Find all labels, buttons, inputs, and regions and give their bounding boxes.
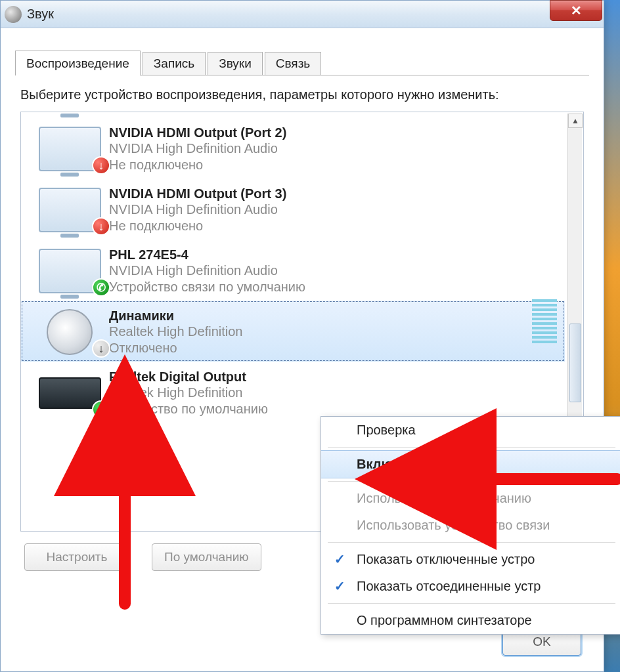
menu-test[interactable]: Проверка — [321, 417, 620, 444]
device-status: Не подключено — [109, 218, 558, 234]
tab-sounds[interactable]: Звуки — [208, 52, 263, 75]
menu-show-disconnected[interactable]: Показать отсоединенные устр — [321, 573, 620, 600]
device-name: PHL 274E5-4 — [109, 247, 558, 262]
menu-enable[interactable]: Включить — [321, 450, 620, 478]
disabled-badge-icon — [92, 339, 110, 358]
menu-show-disabled[interactable]: Показать отключенные устро — [321, 546, 620, 573]
device-driver: Realtek High Definition — [109, 385, 558, 401]
comm-default-badge-icon — [92, 278, 110, 297]
disconnected-badge-icon — [92, 217, 110, 236]
titlebar[interactable]: Звук ✕ — [1, 1, 604, 28]
device-row[interactable]: PHL 274E5-4 NVIDIA High Definition Audio… — [21, 240, 565, 301]
menu-separator — [328, 542, 615, 543]
level-meter — [532, 297, 557, 343]
close-button[interactable]: ✕ — [550, 0, 602, 21]
scroll-thumb[interactable] — [569, 324, 581, 402]
device-name: Динамики — [109, 308, 558, 324]
receiver-icon — [39, 377, 101, 409]
scroll-up-button[interactable]: ▲ — [568, 114, 583, 128]
device-driver: NVIDIA High Definition Audio — [109, 201, 558, 218]
device-row[interactable]: NVIDIA HDMI Output (Port 3) NVIDIA High … — [21, 178, 565, 240]
tab-recording[interactable]: Запись — [143, 52, 206, 75]
window-title: Звук — [27, 7, 54, 22]
disconnected-badge-icon — [92, 156, 110, 175]
menu-separator — [328, 481, 615, 482]
device-row[interactable]: NVIDIA HDMI Output (Port 2) NVIDIA High … — [21, 117, 565, 178]
default-badge-icon — [92, 400, 110, 419]
device-status: Не подключено — [109, 157, 558, 173]
device-driver: NVIDIA High Definition Audio — [109, 262, 558, 279]
sound-icon — [5, 6, 22, 23]
device-status: Устройство по умолчанию — [109, 401, 558, 417]
device-name: NVIDIA HDMI Output (Port 3) — [109, 186, 558, 201]
set-default-button[interactable]: По умолчанию — [152, 543, 261, 571]
device-name: Realtek Digital Output — [109, 369, 558, 385]
menu-set-comm: Использовать устройство связи — [321, 512, 620, 539]
device-driver: NVIDIA High Definition Audio — [109, 140, 558, 157]
menu-separator — [328, 603, 615, 604]
tab-playback[interactable]: Воспроизведение — [15, 51, 141, 75]
speaker-icon — [47, 309, 93, 355]
device-name: NVIDIA HDMI Output (Port 2) — [109, 125, 558, 140]
menu-about-synth[interactable]: О программном синтезаторе — [321, 607, 620, 634]
device-driver: Realtek High Definition — [109, 324, 558, 340]
device-row-selected[interactable]: Динамики Realtek High Definition Отключе… — [21, 301, 565, 362]
device-status: Отключено — [109, 340, 558, 356]
device-context-menu: Проверка Включить Использовать по умолча… — [321, 416, 620, 635]
device-status: Устройство связи по умолчанию — [109, 279, 558, 295]
configure-button[interactable]: Настроить — [24, 543, 129, 571]
device-row[interactable]: Realtek Digital Output Realtek High Defi… — [21, 362, 565, 423]
tab-strip: Воспроизведение Запись Звуки Связь — [15, 52, 589, 75]
monitor-icon — [39, 112, 101, 112]
close-icon: ✕ — [571, 3, 582, 18]
device-row[interactable] — [21, 112, 565, 117]
instruction-text: Выберите устройство воспроизведения, пар… — [20, 86, 584, 104]
menu-separator — [328, 447, 615, 448]
tab-communications[interactable]: Связь — [265, 52, 322, 75]
menu-set-default: Использовать по умолчанию — [321, 485, 620, 512]
